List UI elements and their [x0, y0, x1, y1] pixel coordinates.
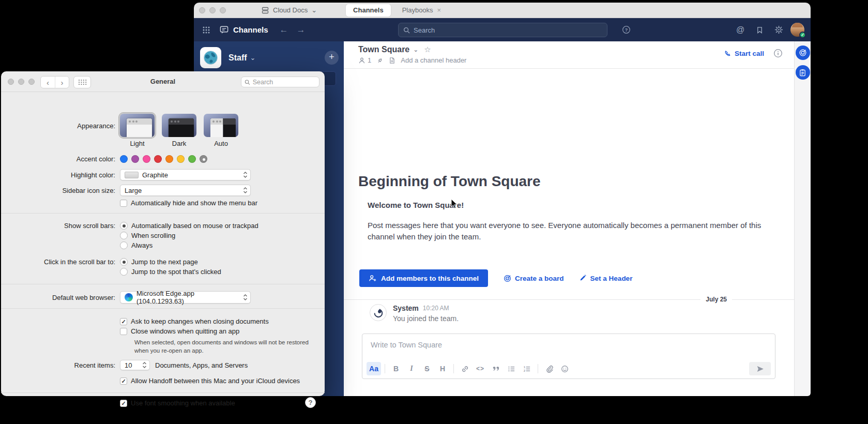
- user-avatar[interactable]: ✓: [790, 23, 804, 37]
- appearance-option-auto[interactable]: Auto: [204, 114, 238, 147]
- system-preferences-window: ‹ › General Appearance: Li: [1, 71, 325, 396]
- global-search-input[interactable]: [414, 26, 602, 34]
- appearance-dark-label: Dark: [162, 140, 196, 147]
- team-icon[interactable]: [200, 47, 221, 68]
- boards-app-icon[interactable]: [796, 46, 810, 60]
- appearance-label: Appearance:: [1, 114, 120, 130]
- create-board-button[interactable]: Create a board: [504, 275, 564, 282]
- italic-button[interactable]: I: [404, 362, 419, 375]
- accent-graphite-selected[interactable]: [200, 155, 207, 163]
- close-traffic-light[interactable]: [199, 7, 205, 13]
- server-name: Cloud Docs: [273, 6, 308, 14]
- date-divider: July 25: [344, 296, 794, 303]
- start-call-button[interactable]: Start call: [724, 50, 764, 57]
- appearance-option-dark[interactable]: Dark: [162, 114, 196, 147]
- accent-yellow[interactable]: [177, 155, 185, 163]
- scrollbars-when-scrolling-radio[interactable]: [120, 232, 128, 239]
- ask-keep-changes-checkbox[interactable]: ✓: [120, 318, 127, 325]
- channels-product-icon: [217, 23, 231, 37]
- prefs-search-field[interactable]: [241, 77, 319, 87]
- message-timestamp[interactable]: 10:20 AM: [423, 305, 449, 312]
- close-tab-icon[interactable]: ×: [437, 6, 441, 14]
- channel-files-icon[interactable]: [389, 57, 395, 64]
- add-members-button[interactable]: Add members to this channel: [359, 269, 488, 287]
- channel-panel: Town Square ⌄ ☆ 1: [344, 41, 794, 396]
- recent-items-select[interactable]: 10: [120, 360, 150, 370]
- tab-playbooks[interactable]: Playbooks ×: [395, 4, 449, 17]
- saved-posts-icon[interactable]: [752, 23, 767, 37]
- jump-to-spot-radio[interactable]: [120, 268, 128, 276]
- highlight-color-select[interactable]: Graphite: [120, 169, 251, 180]
- team-name[interactable]: Staff: [229, 53, 247, 63]
- tab-channels[interactable]: Channels: [346, 4, 391, 17]
- prefs-search-input[interactable]: [253, 79, 316, 86]
- accent-blue[interactable]: [120, 155, 128, 163]
- link-button[interactable]: [458, 362, 472, 375]
- tab-playbooks-label: Playbooks: [402, 6, 433, 14]
- sidebar-icon-size-label: Sidebar icon size:: [1, 187, 120, 194]
- favorite-star-icon[interactable]: ☆: [424, 45, 431, 54]
- heading-button[interactable]: H: [435, 362, 450, 375]
- accent-orange[interactable]: [165, 155, 173, 163]
- server-selector[interactable]: Cloud Docs ⌄: [261, 6, 317, 14]
- jump-next-page-radio[interactable]: [120, 258, 128, 266]
- settings-gear-icon[interactable]: [771, 23, 786, 37]
- scrollbars-auto-radio[interactable]: [120, 222, 128, 230]
- accent-green[interactable]: [188, 155, 196, 163]
- message-body: You joined the team.: [393, 314, 459, 323]
- bulleted-list-button[interactable]: [504, 362, 519, 375]
- code-button[interactable]: <>: [473, 362, 488, 375]
- apps-grid-icon[interactable]: [199, 23, 214, 37]
- history-back-icon[interactable]: ←: [280, 25, 288, 35]
- appearance-option-light[interactable]: Light: [120, 114, 155, 147]
- history-forward-icon[interactable]: →: [297, 25, 306, 35]
- pinned-posts-icon[interactable]: [376, 57, 384, 64]
- attachment-paperclip-icon[interactable]: [542, 362, 556, 375]
- add-members-label: Add members to this channel: [381, 275, 479, 282]
- appearance-auto-label: Auto: [204, 140, 238, 147]
- bold-button[interactable]: B: [389, 362, 403, 375]
- help-button[interactable]: ?: [305, 397, 316, 408]
- zoom-traffic-light[interactable]: [220, 7, 226, 13]
- send-message-button[interactable]: [749, 362, 771, 375]
- formatting-toggle-button[interactable]: Aa: [367, 362, 381, 375]
- emoji-picker-icon[interactable]: [557, 362, 572, 375]
- scrollbars-always-radio[interactable]: [120, 241, 128, 249]
- team-menu-chevron-icon[interactable]: ⌄: [250, 54, 256, 62]
- accent-purple[interactable]: [131, 155, 139, 163]
- playbooks-app-icon[interactable]: [796, 65, 810, 80]
- restore-note: When selected, open documents and window…: [134, 339, 321, 355]
- default-browser-select[interactable]: Microsoft Edge.app (104.0.1293.63): [120, 291, 251, 304]
- jump-to-spot-label: Jump to the spot that's clicked: [131, 268, 221, 276]
- message-input[interactable]: [362, 334, 775, 349]
- numbered-list-button[interactable]: 1 2: [520, 362, 534, 375]
- add-channel-button[interactable]: +: [325, 51, 339, 65]
- close-windows-checkbox[interactable]: [120, 328, 127, 335]
- accent-color-label: Accent color:: [1, 155, 120, 163]
- accent-red[interactable]: [154, 155, 162, 163]
- channel-header-placeholder[interactable]: Add a channel header: [401, 56, 466, 64]
- accent-pink[interactable]: [143, 155, 150, 163]
- mentions-icon[interactable]: @: [733, 23, 748, 37]
- date-divider-label[interactable]: July 25: [701, 296, 732, 303]
- show-scroll-bars-label: Show scroll bars:: [1, 222, 120, 230]
- channel-info-icon[interactable]: [773, 49, 783, 58]
- global-search[interactable]: [398, 23, 607, 37]
- message-author[interactable]: System: [393, 304, 419, 312]
- font-smoothing-checkbox[interactable]: ✓: [120, 400, 127, 407]
- members-count-button[interactable]: 1: [358, 56, 371, 64]
- svg-text:1: 1: [523, 365, 525, 368]
- help-icon[interactable]: ?: [619, 23, 633, 37]
- set-header-button[interactable]: Set a Header: [580, 275, 633, 282]
- quote-button[interactable]: [489, 362, 503, 375]
- handoff-checkbox[interactable]: ✓: [120, 377, 127, 385]
- minimize-traffic-light[interactable]: [209, 7, 216, 13]
- strikethrough-button[interactable]: S: [420, 362, 434, 375]
- hide-menu-bar-checkbox[interactable]: [120, 200, 127, 207]
- channel-name[interactable]: Town Square: [358, 45, 409, 54]
- channel-menu-chevron-icon[interactable]: ⌄: [413, 46, 418, 53]
- svg-text:?: ?: [625, 27, 627, 33]
- highlight-value: Graphite: [142, 171, 238, 179]
- app-tab-bar: Cloud Docs ⌄ Channels Playbooks ×: [194, 3, 811, 18]
- sidebar-icon-size-select[interactable]: Large: [120, 185, 251, 196]
